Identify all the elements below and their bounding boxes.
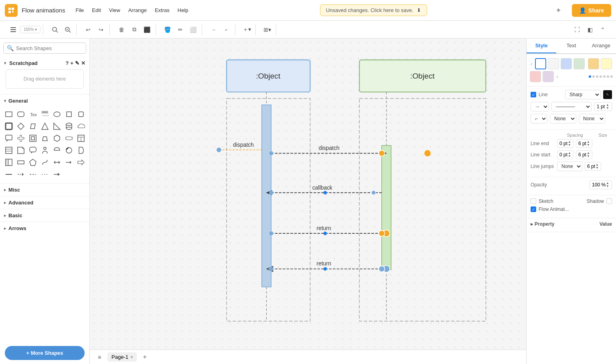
undo-btn[interactable]: ↩ bbox=[82, 24, 94, 35]
shape-double-arrow[interactable] bbox=[51, 157, 63, 168]
shape-sq[interactable] bbox=[63, 109, 75, 120]
add-page-button[interactable]: ＋ bbox=[140, 352, 150, 362]
shape-s-curve[interactable] bbox=[39, 157, 51, 168]
shape-nested-rect[interactable] bbox=[27, 133, 38, 144]
page-menu-button[interactable]: ≡ bbox=[95, 352, 104, 362]
shape-line-dotted[interactable] bbox=[39, 169, 51, 180]
line-end-size-spinner[interactable]: ▲ ▼ bbox=[587, 140, 590, 147]
palette-dot-3[interactable] bbox=[596, 75, 598, 78]
shape-hexagon[interactable] bbox=[51, 133, 63, 144]
section-advanced-header[interactable]: ▸ Advanced bbox=[0, 196, 89, 209]
shape-right-triangle[interactable] bbox=[51, 121, 63, 132]
shape-half-circle[interactable] bbox=[51, 145, 63, 156]
connector-btn[interactable]: → bbox=[208, 24, 220, 35]
color-light-gray[interactable] bbox=[548, 58, 559, 69]
color-light-orange[interactable] bbox=[588, 58, 599, 69]
panel-toggle-btn[interactable]: ◧ bbox=[584, 24, 596, 35]
share-button[interactable]: 👤 Share bbox=[572, 4, 611, 17]
shape-line-solid[interactable] bbox=[3, 169, 14, 180]
collapse-btn[interactable]: ⌃ bbox=[597, 24, 609, 35]
shape-arrow-thick[interactable] bbox=[75, 157, 87, 168]
color-light-red[interactable] bbox=[530, 71, 541, 82]
line-weight-spinner[interactable]: ▲ ▼ bbox=[606, 103, 609, 110]
shape-ribbon[interactable] bbox=[63, 133, 75, 144]
tab-style[interactable]: Style bbox=[527, 38, 556, 53]
shape-table[interactable] bbox=[75, 133, 87, 144]
table-btn[interactable]: ⊞▾ bbox=[261, 24, 274, 35]
zoom-fit-btn[interactable] bbox=[62, 24, 74, 35]
opacity-spinner[interactable]: ▲ ▼ bbox=[606, 182, 609, 188]
sidebar-toggle[interactable] bbox=[7, 24, 19, 35]
shape-triangle[interactable] bbox=[39, 121, 51, 132]
line-checkbox[interactable]: ✓ bbox=[531, 92, 536, 97]
insert-btn[interactable]: ＋▾ bbox=[241, 24, 253, 35]
section-misc-header[interactable]: ▸ Misc bbox=[0, 184, 89, 196]
color-light-yellow[interactable] bbox=[601, 58, 612, 69]
scratchpad-edit-btn[interactable]: ✎ bbox=[75, 60, 79, 66]
shape-d-shape[interactable] bbox=[75, 145, 87, 156]
shape-rect-rounded[interactable] bbox=[15, 109, 26, 120]
line-end-style[interactable]: None Arrow bbox=[550, 114, 576, 123]
section-basic-header[interactable]: ▸ Basic bbox=[0, 209, 89, 222]
shape-sq-thick[interactable] bbox=[3, 121, 14, 132]
waypoint-btn[interactable]: ⌐ bbox=[221, 24, 233, 35]
canvas-area[interactable]: :Object :Object dispatch dispa bbox=[90, 38, 526, 364]
paste-btn[interactable]: ⬛ bbox=[141, 24, 153, 35]
shape-list[interactable] bbox=[3, 145, 14, 156]
scratchpad-close-btn[interactable]: ✕ bbox=[81, 60, 85, 66]
search-box[interactable]: 🔍 bbox=[3, 42, 86, 54]
menu-edit[interactable]: Edit bbox=[89, 6, 104, 15]
tab-arrange[interactable]: Arrange bbox=[586, 38, 616, 53]
shape-callout[interactable] bbox=[3, 133, 14, 144]
zoom-dropdown[interactable]: 150% ▾ bbox=[20, 26, 41, 33]
palette-dot-4[interactable] bbox=[600, 75, 602, 78]
line-start-spacing-spinner[interactable]: ▲ ▼ bbox=[568, 152, 571, 158]
line-sharp-select[interactable]: Sharp bbox=[565, 90, 601, 99]
shape-arrow-right[interactable] bbox=[63, 157, 75, 168]
shape-ellipse[interactable] bbox=[51, 109, 63, 120]
shape-parallelogram[interactable] bbox=[27, 121, 38, 132]
line-start-size-spinner[interactable]: ▲ ▼ bbox=[587, 152, 590, 158]
search-input[interactable] bbox=[16, 45, 83, 51]
flow-animate-checkbox[interactable]: ✓ bbox=[531, 206, 536, 212]
menu-extras[interactable]: Extras bbox=[152, 6, 173, 15]
shape-sq-rounded[interactable] bbox=[75, 109, 87, 120]
waypoint-select[interactable]: ⌐ bbox=[531, 114, 547, 123]
shape-cross[interactable] bbox=[15, 133, 26, 144]
line-start-style[interactable]: None Arrow bbox=[579, 114, 605, 123]
scratchpad-add-btn[interactable]: + bbox=[70, 60, 73, 66]
menu-file[interactable]: File bbox=[72, 6, 87, 15]
section-general-header[interactable]: ▾ General bbox=[0, 95, 89, 107]
scratchpad-help-btn[interactable]: ? bbox=[65, 60, 69, 66]
shape-cylinder[interactable] bbox=[63, 121, 75, 132]
color-light-purple[interactable] bbox=[543, 71, 554, 82]
menu-arrange[interactable]: Arrange bbox=[125, 6, 150, 15]
redo-btn[interactable]: ↪ bbox=[95, 24, 107, 35]
shape-line-arrow2[interactable] bbox=[51, 169, 63, 180]
shape-horiz-rect[interactable] bbox=[15, 157, 26, 168]
line-color-btn[interactable]: ✏ bbox=[174, 24, 186, 35]
copy-btn[interactable]: ⧉ bbox=[128, 24, 140, 35]
palette-dot-2[interactable] bbox=[592, 75, 595, 78]
shadow-btn[interactable]: ⬜ bbox=[187, 24, 199, 35]
shape-circle-half[interactable] bbox=[63, 145, 75, 156]
shape-diamond[interactable] bbox=[15, 121, 26, 132]
delete-btn[interactable]: 🗑 bbox=[116, 24, 128, 35]
section-arrows-header[interactable]: ▸ Arrows bbox=[0, 222, 89, 235]
line-end-spacing-spinner[interactable]: ▲ ▼ bbox=[568, 140, 571, 147]
shape-trapezoid[interactable] bbox=[39, 133, 51, 144]
color-light-blue[interactable] bbox=[561, 58, 572, 69]
shape-speech-bubble[interactable] bbox=[27, 145, 38, 156]
line-jumps-select[interactable]: None bbox=[557, 162, 582, 171]
shape-rect[interactable] bbox=[3, 109, 14, 120]
shape-pentagon[interactable] bbox=[27, 157, 38, 168]
palette-prev[interactable]: ‹ bbox=[530, 60, 533, 68]
line-color-picker[interactable]: ✎ bbox=[603, 90, 612, 99]
color-white[interactable] bbox=[535, 58, 546, 69]
sketch-checkbox[interactable] bbox=[531, 198, 536, 204]
shape-note[interactable] bbox=[15, 145, 26, 156]
page-tab[interactable]: Page-1 ▾ bbox=[107, 352, 137, 362]
fill-color-btn[interactable]: 🪣 bbox=[162, 24, 174, 35]
palette-dot-5[interactable] bbox=[603, 75, 606, 78]
arrow-direction-select[interactable]: → ← ↔ bbox=[531, 102, 549, 111]
